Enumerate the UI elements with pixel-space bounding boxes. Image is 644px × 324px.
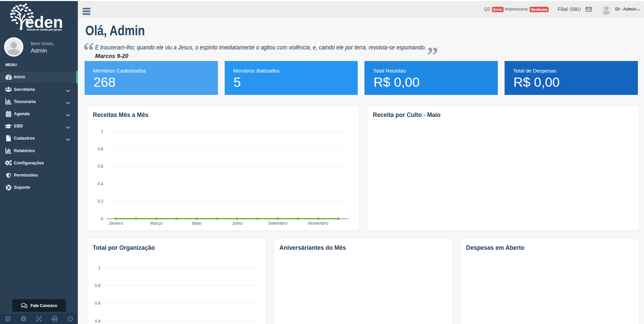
svg-text:Julho: Julho — [232, 220, 243, 225]
svg-text:Sistema de Gestão para Igrejas: Sistema de Gestão para Igrejas — [27, 28, 62, 31]
svg-text:0.4: 0.4 — [97, 181, 103, 186]
svg-text:Novembro: Novembro — [308, 220, 328, 225]
svg-text:0.2: 0.2 — [97, 199, 103, 204]
svg-text:0: 0 — [101, 216, 103, 221]
svg-text:Janeiro: Janeiro — [109, 220, 123, 225]
svg-text:1: 1 — [98, 265, 101, 270]
svg-text:0.6: 0.6 — [95, 301, 101, 306]
svg-text:Setembro: Setembro — [268, 220, 287, 225]
svg-text:0.6: 0.6 — [97, 164, 103, 169]
svg-text:0.8: 0.8 — [95, 283, 101, 288]
svg-text:0.8: 0.8 — [97, 146, 103, 151]
svg-text:Março: Março — [150, 220, 162, 225]
svg-text:0.4: 0.4 — [95, 319, 101, 324]
svg-text:Maio: Maio — [192, 220, 201, 225]
svg-text:1: 1 — [101, 129, 103, 134]
